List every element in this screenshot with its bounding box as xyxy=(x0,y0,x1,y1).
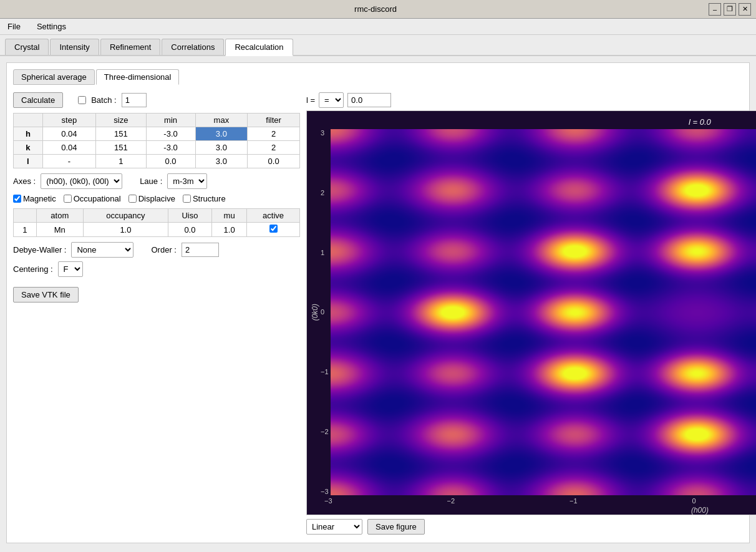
l-label: l = xyxy=(306,95,315,105)
cell-l-min[interactable]: 0.0 xyxy=(146,155,195,168)
cell-k-min[interactable]: -3.0 xyxy=(146,141,195,155)
subtab-threedimensional[interactable]: Three-dimensional xyxy=(96,69,180,85)
cell-k-filter[interactable]: 2 xyxy=(248,141,300,155)
atom-active-checkbox[interactable] xyxy=(269,225,278,233)
structure-label: Structure xyxy=(193,194,226,203)
y-ticks: 3 2 1 0 −1 −2 −3 xyxy=(321,129,329,495)
batch-input[interactable]: 1 xyxy=(122,93,147,107)
plot-area: l = 0.0 (0k0) 3 2 1 0 −1 − xyxy=(306,110,756,515)
batch-checkbox[interactable] xyxy=(78,96,86,104)
title-bar: rmc-discord – ❐ ✕ xyxy=(0,0,756,19)
menu-settings[interactable]: Settings xyxy=(32,21,71,32)
xtick-0: 0 xyxy=(692,497,695,505)
ytick-0: 0 xyxy=(321,308,329,316)
axes-select[interactable]: (h00), (0k0), (00l) (h0l), (0k0) (hk0) xyxy=(41,173,122,189)
ytick-3: 3 xyxy=(321,129,329,137)
atom-row-active[interactable] xyxy=(247,223,300,237)
cell-k-step[interactable]: 0.04 xyxy=(42,141,95,155)
laue-select[interactable]: m-3m m-3 432 -43m xyxy=(167,173,207,189)
occupational-checkbox-label[interactable]: Occupational xyxy=(64,194,121,203)
cell-l-filter[interactable]: 0.0 xyxy=(248,155,300,168)
atom-col-mu: mu xyxy=(212,209,247,223)
atom-row-1: 1 Mn 1.0 0.0 1.0 xyxy=(14,223,300,237)
tab-recalculation[interactable]: Recalculation xyxy=(225,39,293,56)
debye-waller-select[interactable]: None Isotropic Anisotropic xyxy=(71,242,133,258)
checkboxes-row: Magnetic Occupational Displacive Structu… xyxy=(13,194,300,203)
cell-l-size[interactable]: 1 xyxy=(96,155,147,168)
centering-select[interactable]: F I A B C P xyxy=(58,261,83,277)
save-vtk-button[interactable]: Save VTK file xyxy=(13,287,79,303)
cell-h-filter[interactable]: 2 xyxy=(248,127,300,141)
structure-checkbox-label[interactable]: Structure xyxy=(183,194,226,203)
menu-bar: File Settings xyxy=(0,19,756,35)
ytick-m1: −1 xyxy=(321,368,329,375)
plot-inner: (0k0) 3 2 1 0 −1 −2 −3 xyxy=(311,129,756,495)
occupational-label: Occupational xyxy=(74,194,121,203)
cell-h-min[interactable]: -3.0 xyxy=(146,127,195,141)
plot-title: l = 0.0 xyxy=(311,117,756,127)
col-header-empty xyxy=(14,114,43,127)
magnetic-checkbox-label[interactable]: Magnetic xyxy=(13,194,56,203)
left-panel: Calculate Batch : 1 step size min max xyxy=(13,92,300,535)
xtick-m2: −2 xyxy=(447,497,455,505)
atom-row-mu[interactable]: 1.0 xyxy=(212,223,247,237)
displacive-checkbox-label[interactable]: Displacive xyxy=(128,194,175,203)
subtab-spherical[interactable]: Spherical average xyxy=(13,69,95,85)
close-button[interactable]: ✕ xyxy=(739,3,751,16)
tab-correlations[interactable]: Correlations xyxy=(162,39,224,55)
atom-col-uiso: Uiso xyxy=(168,209,211,223)
menu-file[interactable]: File xyxy=(2,21,26,32)
cell-k-max[interactable]: 3.0 xyxy=(195,141,248,155)
minimize-button[interactable]: – xyxy=(709,3,721,16)
cell-h-step[interactable]: 0.04 xyxy=(42,127,95,141)
col-header-filter: filter xyxy=(248,114,300,127)
atom-row-index: 1 xyxy=(14,223,37,237)
structure-checkbox[interactable] xyxy=(183,195,191,203)
inner-content: Calculate Batch : 1 step size min max xyxy=(13,92,743,535)
order-label: Order : xyxy=(151,245,176,254)
l-value-input[interactable]: 0.0 xyxy=(347,93,391,107)
l-dropdown[interactable]: = xyxy=(319,92,344,108)
col-header-min: min xyxy=(146,114,195,127)
window-title: rmc-discord xyxy=(42,4,709,14)
y-axis-label: (0k0) xyxy=(311,304,319,321)
x-ticks: −3 −2 −1 0 1 2 3 xyxy=(324,497,756,505)
plot-bottom-bar: Linear Log Save figure Min : 6.7500e-03 xyxy=(306,519,756,535)
tab-intensity[interactable]: Intensity xyxy=(50,39,99,55)
restore-button[interactable]: ❐ xyxy=(724,3,736,16)
ytick-2: 2 xyxy=(321,189,329,196)
row-label-l: l xyxy=(14,155,43,168)
atom-col-active: active xyxy=(247,209,300,223)
col-header-max: max xyxy=(195,114,248,127)
calculate-button[interactable]: Calculate xyxy=(13,92,63,108)
cell-h-size[interactable]: 151 xyxy=(96,127,147,141)
cell-k-size[interactable]: 151 xyxy=(96,141,147,155)
save-figure-button[interactable]: Save figure xyxy=(367,519,425,535)
displacive-checkbox[interactable] xyxy=(128,195,137,203)
bottom-controls-1: Debye-Waller : None Isotropic Anisotropi… xyxy=(13,242,300,258)
atom-row-occupancy[interactable]: 1.0 xyxy=(84,223,168,237)
order-input[interactable]: 2 xyxy=(182,243,219,257)
plot-top-bar: l = = 0.0 Max : 8.2134e-01 xyxy=(306,92,756,108)
axes-label: Axes : xyxy=(13,177,36,186)
tab-refinement[interactable]: Refinement xyxy=(100,39,160,55)
cell-l-max[interactable]: 3.0 xyxy=(195,155,248,168)
row-label-k: k xyxy=(14,141,43,155)
atom-row-uiso[interactable]: 0.0 xyxy=(168,223,211,237)
scale-container: Linear Log xyxy=(306,519,362,535)
tab-crystal[interactable]: Crystal xyxy=(5,39,49,55)
atom-row-name[interactable]: Mn xyxy=(36,223,84,237)
cell-h-max[interactable]: 3.0 xyxy=(195,127,248,141)
atom-col-index xyxy=(14,209,37,223)
x-axis-label: (h00) xyxy=(311,506,756,515)
magnetic-label: Magnetic xyxy=(23,194,56,203)
bottom-controls-2: Centering : F I A B C P xyxy=(13,261,300,277)
occupational-checkbox[interactable] xyxy=(64,195,72,203)
magnetic-checkbox[interactable] xyxy=(13,195,21,203)
atom-col-atom: atom xyxy=(36,209,84,223)
content-panel: Spherical average Three-dimensional Calc… xyxy=(6,62,750,543)
cell-l-step[interactable]: - xyxy=(42,155,95,168)
laue-label: Laue : xyxy=(140,177,162,186)
scale-select[interactable]: Linear Log xyxy=(306,519,362,535)
debye-waller-label: Debye-Waller : xyxy=(13,245,66,254)
